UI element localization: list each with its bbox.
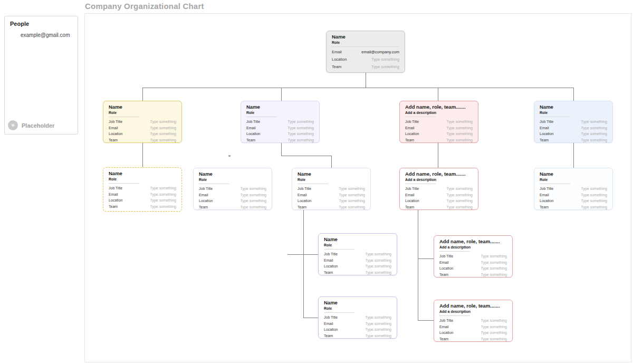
field-value[interactable]: Type something [150,191,176,198]
field-value[interactable]: Type something [366,321,391,327]
org-card-row2-col2[interactable]: Name Role Job TitleType something EmailT… [241,101,320,143]
org-card-row2-col4[interactable]: Name Role Job TitleType something EmailT… [534,101,613,143]
card-subtitle[interactable]: Role [246,110,314,116]
card-title[interactable]: Add name, role, team....... [439,238,507,245]
org-card-row3-col4[interactable]: Add name, role, team....... Add a descri… [399,168,478,210]
org-card-row4-col1[interactable]: Name Role Job TitleType something EmailT… [318,233,397,275]
field-value[interactable]: Type something [581,192,607,198]
field-value[interactable]: Type something [366,270,391,276]
field-value[interactable]: Type something [481,253,507,260]
field-value[interactable]: Type something [241,198,266,204]
field-value[interactable]: Type something [371,63,399,71]
card-title[interactable]: Add name, role, team....... [439,303,507,309]
field-value[interactable]: Type something [241,186,266,192]
field-value[interactable]: Type something [581,198,607,204]
org-card-row2-col1[interactable]: Name Role Job TitleType something EmailT… [103,101,182,143]
card-subtitle[interactable]: Add a description [405,177,473,183]
field-value[interactable]: Type something [581,204,607,210]
field-value[interactable]: Type something [581,119,607,125]
org-card-row3-col2[interactable]: Name Role Job TitleType something EmailT… [193,168,272,210]
field-value[interactable]: Type something [366,251,391,257]
card-subtitle[interactable]: Role [540,177,607,183]
field-value[interactable]: Type something [447,198,473,204]
field-value[interactable]: Type something [241,192,266,198]
card-title[interactable]: Name [332,34,399,40]
field-value[interactable]: Type something [447,204,473,210]
field-value[interactable]: Type something [150,125,176,131]
card-subtitle[interactable]: Role [199,177,266,183]
field-value[interactable]: Type something [447,137,473,143]
card-subtitle[interactable]: Role [298,177,365,183]
field-value[interactable]: email@company.com [361,49,399,56]
field-value[interactable]: Type something [366,314,391,321]
field-value[interactable]: Type something [581,125,607,131]
field-value[interactable]: Type something [481,336,507,342]
card-subtitle[interactable]: Role [540,110,607,116]
field-value[interactable]: Type something [288,137,314,143]
field-value[interactable]: Type something [481,330,507,336]
field-value[interactable]: Type something [447,125,473,131]
placeholder-row[interactable]: ✳ Placeholder [8,120,54,130]
field-value[interactable]: Type something [366,257,391,264]
field-value[interactable]: Type something [150,197,176,204]
card-title[interactable]: Name [540,104,607,110]
org-card-root[interactable]: Name Role Email email@company.com Locati… [326,31,405,73]
field-value[interactable]: Type something [241,204,266,210]
field-value[interactable]: Type something [481,272,507,278]
field-value[interactable]: Type something [447,119,473,125]
field-value[interactable]: Type something [339,186,365,192]
field-value[interactable]: Type something [371,56,399,63]
org-card-row3-col3[interactable]: Name Role Job TitleType something EmailT… [292,168,371,210]
field-value[interactable]: Type something [581,137,607,143]
card-subtitle[interactable]: Role [109,110,176,116]
card-subtitle[interactable]: Role [324,306,391,311]
card-subtitle[interactable]: Role [324,243,391,248]
field-label: Email [298,192,307,198]
card-title[interactable]: Name [324,300,391,306]
field-value[interactable]: Type something [447,186,473,192]
field-value[interactable]: Type something [447,192,473,198]
field-value[interactable]: Type something [366,263,391,270]
card-subtitle[interactable]: Add a description [439,309,507,314]
field-value[interactable]: Type something [150,137,176,143]
field-value[interactable]: Type something [481,260,507,266]
field-value[interactable]: Type something [481,318,507,324]
field-value[interactable]: Type something [150,131,176,137]
field-value[interactable]: Type something [150,185,176,191]
field-value[interactable]: Type something [150,204,176,210]
card-title[interactable]: Name [540,171,607,177]
card-title[interactable]: Add name, role, team....... [405,104,473,110]
card-title[interactable]: Name [109,170,176,177]
card-subtitle[interactable]: Role [109,177,176,182]
card-subtitle[interactable]: Add a description [405,110,473,116]
card-title[interactable]: Name [199,171,266,177]
field-value[interactable]: Type something [447,131,473,137]
card-title[interactable]: Name [298,171,365,177]
field-value[interactable]: Type something [366,333,391,339]
field-value[interactable]: Type something [150,119,176,125]
field-value[interactable]: Type something [481,324,507,330]
field-value[interactable]: Type something [581,131,607,137]
field-value[interactable]: Type something [288,131,314,137]
org-card-row2-col3[interactable]: Add name, role, team....... Add a descri… [399,101,478,143]
org-card-row5-col2[interactable]: Add name, role, team....... Add a descri… [434,300,513,342]
field-value[interactable]: Type something [581,186,607,192]
card-subtitle[interactable]: Role [332,40,399,45]
field-value[interactable]: Type something [339,204,365,210]
card-title[interactable]: Name [246,104,314,110]
card-subtitle[interactable]: Add a description [439,245,507,250]
field-value[interactable]: Type something [288,119,314,125]
org-card-row4-col2[interactable]: Add name, role, team....... Add a descri… [434,235,513,277]
card-title[interactable]: Name [324,236,391,243]
field-value[interactable]: Type something [366,327,391,333]
people-item-email[interactable]: example@gmail.com [21,32,70,38]
card-title[interactable]: Name [109,104,176,110]
field-value[interactable]: Type something [481,265,507,272]
org-card-row3-col1[interactable]: Name Role Job TitleType something EmailT… [103,167,182,212]
card-title[interactable]: Add name, role, team....... [405,171,473,177]
org-card-row3-col5[interactable]: Name Role Job TitleType something EmailT… [534,168,613,210]
org-card-row5-col1[interactable]: Name Role Job TitleType something EmailT… [318,296,397,339]
field-value[interactable]: Type something [339,192,365,198]
field-value[interactable]: Type something [339,198,365,204]
field-value[interactable]: Type something [288,125,314,131]
